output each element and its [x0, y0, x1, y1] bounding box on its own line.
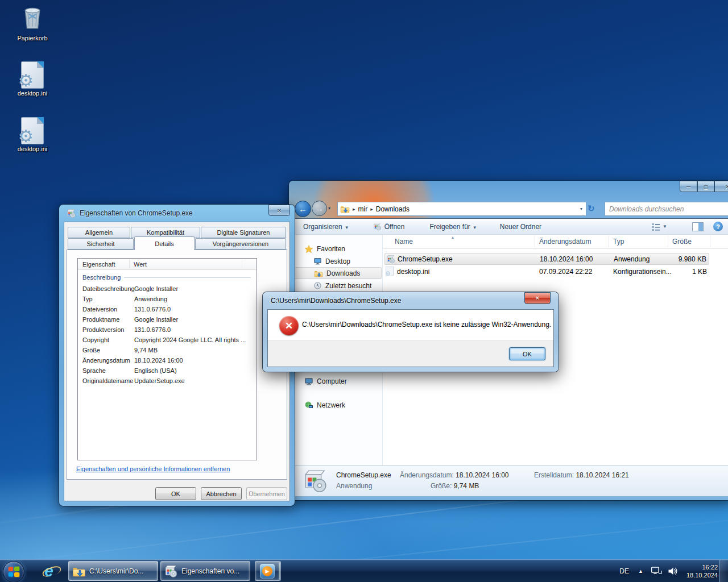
history-dropdown[interactable]: ▾ [328, 206, 330, 211]
sidebar-item-downloads[interactable]: Downloads [294, 267, 382, 279]
sidebar-item-netzwerk[interactable]: Netzwerk [294, 399, 392, 411]
back-button[interactable]: ← [295, 201, 311, 217]
close-button[interactable]: ✕ [714, 181, 728, 192]
ini-file-icon: ⚙ [21, 117, 44, 144]
remove-properties-link[interactable]: Eigenschaften und persönliche Informatio… [76, 465, 230, 472]
desktop-icon-label: Papierkorb [8, 35, 57, 41]
cancel-button[interactable]: Abbrechen [201, 487, 242, 500]
property-row[interactable]: Änderungsdatum18.10.2024 16:00 [82, 356, 253, 366]
taskbar-button-properties[interactable]: Eigenschaften vo... [160, 561, 250, 581]
file-name: ChromeSetup.exe [398, 255, 453, 263]
breadcrumb[interactable]: ▸ mir ▸ Downloads ▾ [337, 202, 586, 216]
close-button[interactable]: ✕ [268, 205, 290, 216]
property-row[interactable]: DateibeschreibungGoogle Installer [82, 284, 253, 294]
group-label: Beschreibung [82, 274, 121, 281]
column-divider[interactable] [710, 236, 710, 247]
tab-allgemein[interactable]: Allgemein [68, 227, 130, 238]
tab-digitale-signaturen[interactable]: Digitale Signaturen [201, 227, 286, 238]
file-row-desktop-ini[interactable]: ⚙ desktop.ini 07.09.2024 22:22 Konfigura… [384, 265, 709, 277]
recycle-bin-icon [18, 3, 47, 32]
column-divider[interactable] [129, 260, 130, 268]
details-tab-page: Eigenschaft Wert Beschreibung Dateibesch… [67, 250, 287, 480]
column-divider[interactable] [535, 236, 535, 247]
column-header-name[interactable]: Name [395, 235, 413, 248]
properties-dialog: Eigenschaften von ChromeSetup.exe ✕ Allg… [59, 205, 295, 506]
play-icon: ▶ [266, 568, 270, 574]
x-glyph: ✕ [285, 320, 293, 332]
column-divider[interactable] [668, 236, 668, 247]
share-menu[interactable]: Freigeben für▼ [429, 223, 477, 231]
breadcrumb-segment-folder[interactable]: Downloads [376, 205, 410, 213]
property-row[interactable]: Produktversion131.0.6776.0 [82, 325, 253, 335]
forward-arrow-icon: → [315, 203, 324, 213]
details-size: Größe: 9,74 MB [431, 482, 479, 490]
taskbar-button-explorer[interactable]: C:\Users\mir\Do... [68, 561, 158, 581]
volume-icon[interactable] [667, 566, 679, 577]
maximize-button[interactable]: ◻ [697, 181, 714, 192]
views-button[interactable]: ▼ [651, 223, 667, 231]
close-button[interactable]: ✕ [524, 292, 551, 304]
property-row[interactable]: Größe9,74 MB [82, 346, 253, 356]
search-input[interactable]: Downloads durchsuchen [605, 202, 728, 216]
property-row[interactable]: CopyrightCopyright 2024 Google LLC. All … [82, 335, 253, 346]
header-wert[interactable]: Wert [134, 259, 147, 269]
minimize-button[interactable]: ─ [680, 181, 697, 192]
property-row[interactable]: OriginaldateinameUpdaterSetup.exe [82, 376, 253, 386]
desktop-icon-recycle-bin[interactable]: Papierkorb [8, 3, 57, 41]
property-row[interactable]: ProduktnameGoogle Installer [82, 315, 253, 325]
property-row[interactable]: Dateiversion131.0.6776.0 [82, 305, 253, 315]
error-icon: ✕ [279, 316, 299, 335]
column-header-type[interactable]: Typ [613, 235, 624, 248]
column-header-date[interactable]: Änderungsdatum [539, 235, 591, 248]
network-icon[interactable] [650, 565, 663, 577]
clock[interactable]: 16:22 18.10.2024 [686, 563, 718, 579]
error-ok-button[interactable]: OK [509, 347, 545, 360]
desktop-icon-desktop-ini-2[interactable]: ⚙ desktop.ini [8, 117, 57, 152]
desktop-icon-desktop-ini-1[interactable]: ⚙ desktop.ini [8, 61, 57, 97]
help-button[interactable]: ? [713, 222, 723, 231]
desktop-icon-label: desktop.ini [8, 146, 57, 152]
property-row[interactable]: TypAnwendung [82, 294, 253, 305]
language-indicator[interactable]: DE [619, 567, 629, 575]
open-button[interactable]: Öffnen [384, 223, 405, 231]
preview-pane-button[interactable] [692, 222, 704, 231]
window-controls: ✕ [268, 205, 290, 216]
breadcrumb-segment-user[interactable]: mir [358, 205, 368, 213]
column-divider[interactable] [242, 260, 242, 268]
sidebar-item-favoriten[interactable]: Favoriten [294, 243, 392, 255]
tab-sicherheit[interactable]: Sicherheit [68, 238, 134, 250]
internet-explorer-button[interactable]: e [34, 561, 64, 581]
file-type: Anwendung [614, 255, 650, 263]
ok-button[interactable]: OK [155, 487, 196, 500]
column-header-size[interactable]: Größe [672, 235, 692, 248]
address-dropdown-icon[interactable]: ▾ [580, 206, 582, 211]
header-eigenschaft[interactable]: Eigenschaft [82, 259, 115, 269]
views-icon [651, 223, 660, 231]
taskbar-button-media-player[interactable]: ▶ [255, 561, 281, 581]
file-date: 18.10.2024 16:00 [540, 255, 593, 263]
tab-details[interactable]: Details [134, 236, 195, 250]
property-row[interactable]: SpracheEnglisch (USA) [82, 366, 253, 376]
search-placeholder: Downloads durchsuchen [605, 205, 684, 213]
details-created-label: Erstelldatum: [534, 471, 574, 479]
new-folder-button[interactable]: Neuer Ordner [500, 223, 541, 231]
tab-vorgaengerversionen[interactable]: Vorgängerversionen [195, 238, 286, 250]
refresh-button[interactable]: ↻ [588, 203, 595, 214]
refresh-icon: ↻ [588, 203, 595, 213]
file-row-chromesetup[interactable]: ChromeSetup.exe 18.10.2024 16:00 Anwendu… [384, 253, 709, 265]
chevron-down-icon: ▼ [345, 225, 349, 230]
sidebar-item-computer[interactable]: Computer [294, 375, 392, 387]
forward-button[interactable]: → [312, 201, 327, 216]
show-desktop-button[interactable] [719, 560, 728, 582]
start-button[interactable] [3, 561, 24, 582]
show-hidden-icons-button[interactable]: ▲ [638, 568, 643, 574]
organize-menu[interactable]: Organisieren▼ [303, 223, 349, 231]
maximize-icon: ◻ [704, 184, 708, 190]
sort-ascending-icon: ▴ [452, 235, 454, 240]
column-divider[interactable] [609, 236, 609, 247]
details-file-type: Anwendung [336, 482, 372, 490]
close-icon: ✕ [277, 207, 282, 214]
system-tray: DE ▲ 16:22 18.10.2024 [619, 560, 718, 582]
file-type: Konfigurationsein... [613, 268, 672, 276]
apply-button[interactable]: Übernehmen [246, 487, 287, 500]
